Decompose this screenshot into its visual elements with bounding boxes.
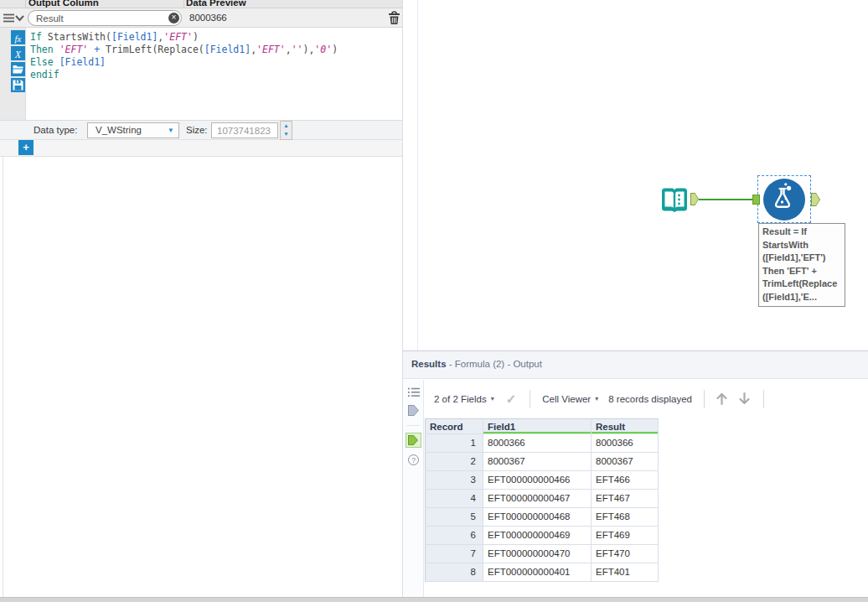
data-cell[interactable]: EFT000000000467 (483, 490, 592, 508)
table-row[interactable]: 4EFT000000000467EFT467 (425, 490, 659, 508)
data-cell[interactable]: EFT000000000468 (483, 508, 592, 527)
open-expression-icon[interactable] (11, 62, 25, 76)
record-number-cell[interactable]: 8 (425, 563, 483, 582)
code-segment: [Field1] (59, 56, 106, 68)
record-number-cell[interactable]: 4 (425, 490, 483, 508)
output-column-input[interactable] (28, 10, 182, 26)
data-cell[interactable]: EFT469 (592, 527, 659, 545)
column-header[interactable]: Result (592, 418, 659, 434)
table-row[interactable]: 5EFT000000000468EFT468 (425, 508, 659, 527)
data-cell[interactable]: EFT468 (592, 508, 659, 527)
code-segment: 'EFT' (256, 44, 286, 55)
record-number-cell[interactable]: 2 (425, 453, 483, 471)
data-cell[interactable]: EFT467 (592, 490, 659, 508)
dropdown-caret-icon[interactable]: ▾ (595, 395, 598, 402)
column-header[interactable]: Record (425, 418, 483, 434)
save-expression-icon[interactable] (11, 78, 25, 92)
insert-function-icon[interactable]: fx (11, 30, 25, 44)
input-data-icon[interactable] (408, 405, 419, 416)
table-row[interactable]: 180003668000366 (425, 434, 659, 453)
datatype-select[interactable]: V_WString ▾ (87, 122, 179, 138)
scroll-down-icon[interactable] (737, 392, 752, 406)
results-sidebar: ? (403, 380, 424, 597)
data-cell[interactable]: 8000367 (592, 453, 659, 471)
text-input-tool[interactable] (659, 184, 690, 216)
data-cell[interactable]: 8000366 (483, 434, 592, 453)
record-number-cell[interactable]: 5 (425, 508, 483, 527)
code-segment: [Field1] (204, 44, 251, 55)
canvas-edge (417, 0, 418, 350)
output-anchor-icon (690, 193, 699, 205)
expression-row: × 8000366 (0, 8, 402, 28)
add-expression-button[interactable]: + (18, 140, 34, 155)
code-segment: 'EFT' (163, 31, 193, 43)
tool-annotation[interactable]: Result = IfStartsWith([Field1],'EFT')The… (758, 223, 845, 307)
help-icon[interactable]: ? (408, 454, 419, 465)
code-segment: TrimLeft(Replace( (100, 44, 204, 55)
input-anchor-icon (752, 195, 760, 205)
size-label: Size: (186, 125, 208, 135)
data-cell[interactable]: 8000367 (483, 453, 592, 471)
output-anchor-icon (811, 193, 820, 206)
data-cell[interactable]: EFT466 (592, 471, 659, 490)
results-panel: Results - Formula (2) - Output ? 2 of 2 … (403, 350, 868, 597)
chevron-down-icon[interactable] (15, 15, 24, 22)
output-data-icon[interactable] (406, 433, 421, 448)
spinner-up-icon[interactable]: ▲ (281, 122, 292, 130)
fields-dropdown[interactable]: 2 of 2 Fields (434, 394, 487, 404)
data-cell[interactable]: EFT000000000401 (483, 563, 592, 582)
size-spinner[interactable]: ▲ ▼ (280, 121, 292, 140)
table-row[interactable]: 3EFT000000000466EFT466 (425, 471, 659, 490)
code-line[interactable]: Else [Field1] (30, 56, 399, 69)
clear-icon[interactable]: × (168, 13, 179, 23)
table-row[interactable]: 6EFT000000000469EFT469 (425, 527, 659, 545)
scroll-up-icon[interactable] (715, 392, 729, 406)
code-line[interactable]: If StartsWith([Field1],'EFT') (30, 31, 399, 44)
dropdown-caret-icon[interactable]: ▾ (491, 395, 494, 402)
annotation-line: ([Field1],'E... (762, 291, 842, 304)
delete-expression-icon[interactable] (388, 11, 400, 25)
code-segment: endif (30, 69, 59, 80)
data-cell[interactable]: EFT000000000469 (483, 527, 592, 545)
size-input[interactable] (211, 122, 278, 138)
code-segment: Then (30, 44, 59, 55)
cell-viewer-dropdown[interactable]: Cell Viewer (542, 394, 591, 404)
code-line[interactable]: endif (30, 69, 399, 81)
results-toolbar: 2 of 2 Fields ▾ ✓ Cell Viewer ▾ 8 record… (424, 380, 868, 418)
data-preview-header: Data Preview (186, 0, 246, 8)
record-number-cell[interactable]: 3 (425, 471, 483, 490)
header-separator (25, 0, 26, 8)
workflow-canvas[interactable]: Result = IfStartsWith([Field1],'EFT')The… (403, 0, 868, 350)
record-number-cell[interactable]: 7 (425, 545, 483, 563)
results-table: RecordField1Result1800036680003662800036… (425, 418, 659, 582)
record-number-cell[interactable]: 1 (425, 434, 483, 453)
expression-editor[interactable]: If StartsWith([Field1],'EFT')Then 'EFT' … (30, 31, 399, 118)
annotation-line: Result = If (762, 226, 842, 239)
data-cell[interactable]: EFT401 (592, 563, 659, 582)
code-line[interactable]: Then 'EFT' + TrimLeft(Replace([Field1],'… (30, 44, 399, 56)
data-cell[interactable]: EFT470 (592, 545, 659, 563)
insert-variable-icon[interactable]: X (11, 46, 25, 60)
code-segment: If (30, 31, 48, 43)
table-row[interactable]: 280003678000367 (425, 453, 659, 471)
connection-line[interactable] (699, 199, 757, 200)
record-number-cell[interactable]: 6 (425, 527, 483, 545)
spinner-down-icon[interactable]: ▼ (281, 130, 292, 138)
table-row[interactable]: 7EFT000000000470EFT470 (425, 545, 659, 563)
data-preview-value: 8000366 (189, 13, 227, 23)
drag-handle-icon[interactable] (3, 13, 14, 23)
code-segment: [Field1] (111, 31, 158, 43)
code-segment: '' (292, 44, 303, 55)
results-title: Results - Formula (2) - Output (411, 359, 542, 369)
column-header-band: Output Column Data Preview (0, 0, 402, 8)
data-cell[interactable]: 8000366 (592, 434, 659, 453)
code-segment: StartsWith( (48, 31, 111, 43)
apply-check-icon[interactable]: ✓ (506, 392, 517, 407)
data-cell[interactable]: EFT000000000466 (483, 471, 592, 490)
toolbar-divider (530, 390, 530, 408)
data-cell[interactable]: EFT000000000470 (483, 545, 592, 563)
list-view-icon[interactable] (408, 387, 420, 397)
formula-tool[interactable] (762, 178, 806, 221)
table-row[interactable]: 8EFT000000000401EFT401 (425, 563, 659, 582)
column-header[interactable]: Field1 (483, 418, 592, 434)
